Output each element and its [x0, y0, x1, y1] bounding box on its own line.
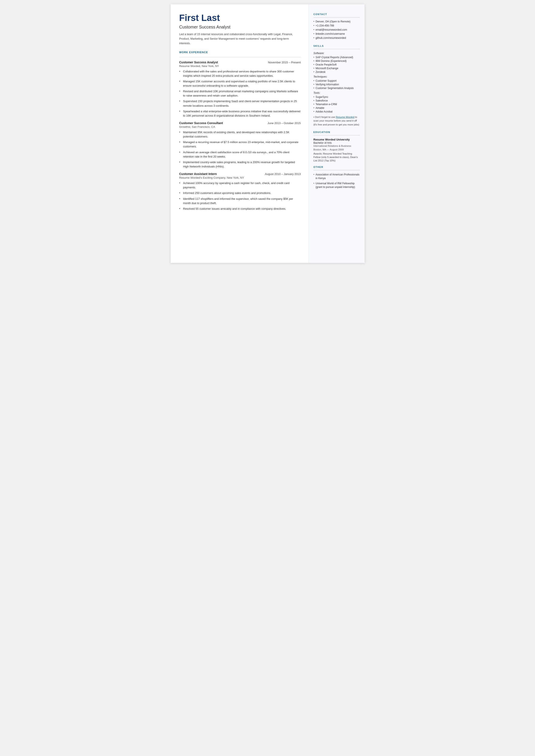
contact-list: Denver, OH (Open to Remote) +1-234-456-7… [314, 20, 360, 40]
job-3: Customer Assistant Intern August 2010 – … [179, 172, 301, 211]
list-item: Spearheaded a vital enterprise-wide busi… [179, 109, 301, 118]
tools-skill-list: SugarSync Salesforce Telamation e-CRM Ai… [314, 96, 360, 113]
list-item: Resolved 55 customer issues amicably and… [179, 207, 301, 211]
edu-field: International Relations & Business [314, 145, 360, 147]
job-1-header: Customer Success Analyst November 2015 –… [179, 61, 301, 64]
skill-item: Salesforce [314, 99, 360, 102]
skill-category-software: Software: [314, 52, 360, 55]
job-2: Customer Success Consultant June 2013 – … [179, 121, 301, 169]
list-item: Supervised 150 projects implementing Saa… [179, 99, 301, 108]
job-1-dates: November 2015 – Present [268, 61, 301, 64]
skill-item: SAP Crystal Reports (Advanced) [314, 56, 360, 59]
list-item: Implemented country-wide sales programs,… [179, 160, 301, 169]
skill-category-tools: Tools: [314, 91, 360, 95]
job-2-bullets: Maintained 95K records of existing clien… [179, 130, 301, 169]
list-item: Achieved an average client satisfaction … [179, 150, 301, 159]
resume-page: First Last Customer Success Analyst Led … [171, 4, 365, 263]
resume-worded-link[interactable]: Resume Worded [336, 116, 354, 118]
other-item: Universal World of RW Fellowship (grant … [314, 182, 360, 189]
contact-item: email@resumeworded.com [314, 28, 360, 31]
job-3-bullets: Achieved 100% accuracy by operating a ca… [179, 181, 301, 211]
job-1-bullets: Collaborated with the sales and professi… [179, 70, 301, 118]
job-1-company: Resume Worded, New York, NY [179, 65, 301, 68]
contact-item: Denver, OH (Open to Remote) [314, 20, 360, 23]
list-item: Managed a recurring revenue of $7.5 mill… [179, 140, 301, 149]
skill-item: Oracle PeopleSoft [314, 63, 360, 66]
skill-item: SugarSync [314, 96, 360, 98]
skill-item: Verifying information [314, 83, 360, 86]
skills-section-title: SKILLS [314, 44, 360, 47]
right-column: CONTACT Denver, OH (Open to Remote) +1-2… [309, 4, 365, 263]
list-item: Achieved 100% accuracy by operating a ca… [179, 181, 301, 190]
summary-text: Led a team of 15 internal resources and … [179, 32, 301, 45]
skill-category-techniques: Techniques: [314, 75, 360, 78]
job-3-dates: August 2010 – January 2013 [265, 172, 300, 176]
job-2-dates: June 2013 – October 2015 [268, 122, 301, 125]
other-item: Association of American Professionals in… [314, 173, 360, 181]
skill-item: Airtable [314, 106, 360, 109]
education-divider [314, 135, 360, 135]
edu-school: Resume Worded University [314, 138, 360, 141]
job-1: Customer Success Analyst November 2015 –… [179, 61, 301, 118]
contact-section-title: CONTACT [314, 13, 360, 15]
job-3-header: Customer Assistant Intern August 2010 – … [179, 172, 301, 176]
other-section-title: OTHER [314, 166, 360, 168]
skill-item: Adobe Acrobat [314, 110, 360, 113]
job-3-company: Resume Worded's Exciting Company, New Yo… [179, 176, 301, 179]
edu-degree: Bachelor of Arts [314, 141, 360, 144]
job-1-title: Customer Success Analyst [179, 61, 218, 64]
job-2-header: Customer Success Consultant June 2013 – … [179, 121, 301, 125]
list-item: Informed 250 customers about upcoming sa… [179, 191, 301, 195]
skill-item: IBM Domino (Experienced) [314, 60, 360, 63]
work-experience-label: WORK EXPERIENCE [179, 51, 301, 54]
job-2-company: Growthsi, San Francisco, CA [179, 125, 301, 128]
skill-item: Telamation e-CRM [314, 103, 360, 106]
skill-item: Zendesk [314, 70, 360, 73]
software-skill-list: SAP Crystal Reports (Advanced) IBM Domin… [314, 56, 360, 73]
list-item: Collaborated with the sales and professi… [179, 70, 301, 78]
skill-item: Microsoft Exchange [314, 67, 360, 70]
contact-item: linkedin.com/in/username [314, 32, 360, 35]
other-divider [314, 170, 360, 170]
list-item: Maintained 95K records of existing clien… [179, 130, 301, 139]
edu-location-date: Boston, MA — August 2009 [314, 148, 360, 151]
full-name: First Last [179, 13, 301, 23]
list-item: Revised and distributed 10K promotional … [179, 89, 301, 98]
list-item: Identified 117 shoplifters and informed … [179, 197, 301, 205]
left-column: First Last Customer Success Analyst Led … [171, 4, 309, 263]
list-item: Managed 15K customer accounts and superv… [179, 79, 301, 88]
techniques-skill-list: Customer Support Verifying information C… [314, 79, 360, 90]
job-2-title: Customer Success Consultant [179, 121, 223, 125]
contact-item: +1-234-456-789 [314, 24, 360, 27]
job-3-title: Customer Assistant Intern [179, 172, 217, 176]
skill-item: Customer Support [314, 79, 360, 82]
edu-awards: Awards: Resume Worded Teaching Fellow (o… [314, 152, 360, 162]
contact-item: github.com/resumeworded [314, 37, 360, 40]
contact-divider [314, 17, 360, 17]
education-section-title: EDUCATION [314, 131, 360, 133]
other-list: Association of American Professionals in… [314, 173, 360, 189]
job-title-header: Customer Success Analyst [179, 25, 301, 30]
skill-item: Customer Segmentation Analysis [314, 87, 360, 90]
promo-text: • Don't forget to use Resume Worded to s… [314, 115, 360, 126]
